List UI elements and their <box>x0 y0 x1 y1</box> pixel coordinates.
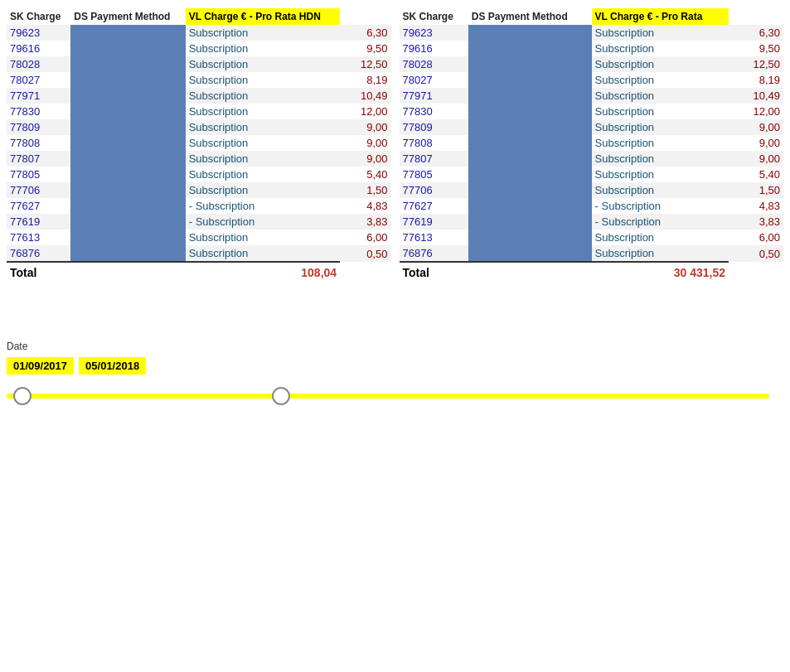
date-slider[interactable] <box>7 384 769 408</box>
right-ds-cell <box>468 167 592 182</box>
left-amount-cell: 8,19 <box>340 72 390 88</box>
right-amount-cell: 4,83 <box>729 198 783 214</box>
right-amount-cell: 12,00 <box>729 104 783 119</box>
left-table-row: 77809Subscription9,00 <box>7 119 391 135</box>
left-pm-cell: Subscription <box>186 230 340 245</box>
left-pm-cell: - Subscription <box>186 214 340 230</box>
right-pm-cell: Subscription <box>592 151 729 167</box>
right-sk-cell: 79623 <box>400 25 468 41</box>
left-amount-cell: 12,50 <box>340 56 390 72</box>
right-table-row: 77805Subscription5,40 <box>400 167 784 182</box>
right-pm-cell: Subscription <box>592 104 729 119</box>
left-table-row: 76876Subscription0,50 <box>7 245 391 262</box>
right-sk-cell: 77613 <box>400 230 468 245</box>
right-pm-cell: - Subscription <box>592 214 729 230</box>
date-inputs: 01/09/2017 05/01/2018 <box>7 357 783 375</box>
left-table-row: 77706Subscription1,50 <box>7 182 391 198</box>
left-amount-cell: 0,50 <box>340 245 390 262</box>
right-table-row: 79623Subscription6,30 <box>400 25 784 41</box>
right-pm-cell: Subscription <box>592 25 729 41</box>
right-table-row: 77971Subscription10,49 <box>400 88 784 104</box>
left-table-row: 77808Subscription9,00 <box>7 135 391 151</box>
right-amount-cell: 8,19 <box>729 72 783 88</box>
left-table-row: 77627- Subscription4,83 <box>7 198 391 214</box>
left-table-row: 77971Subscription10,49 <box>7 88 391 104</box>
left-ds-cell <box>70 245 185 262</box>
right-header-ds: DS Payment Method <box>468 8 592 25</box>
left-total-ds <box>70 262 185 283</box>
right-ds-cell <box>468 88 592 104</box>
left-pm-cell: - Subscription <box>186 198 340 214</box>
date-box-2[interactable]: 05/01/2018 <box>79 357 146 375</box>
left-amount-cell: 9,00 <box>340 135 390 151</box>
left-pm-cell: Subscription <box>186 151 340 167</box>
right-ds-cell <box>468 214 592 230</box>
right-table-row: 77627- Subscription4,83 <box>400 198 784 214</box>
right-table-row: 78028Subscription12,50 <box>400 56 784 72</box>
left-amount-cell: 12,00 <box>340 104 390 119</box>
right-pm-cell: Subscription <box>592 230 729 245</box>
right-sk-cell: 77627 <box>400 198 468 214</box>
left-sk-cell: 77809 <box>7 119 70 135</box>
left-sk-cell: 77971 <box>7 88 70 104</box>
left-ds-cell <box>70 119 185 135</box>
left-sk-cell: 76876 <box>7 245 70 262</box>
right-sk-cell: 77619 <box>400 214 468 230</box>
left-ds-cell <box>70 167 185 182</box>
right-pm-cell: Subscription <box>592 167 729 182</box>
bottom-section: Date 01/09/2017 05/01/2018 <box>0 316 790 416</box>
left-amount-cell: 1,50 <box>340 182 390 198</box>
slider-track <box>7 394 769 399</box>
left-ds-cell <box>70 198 185 214</box>
right-table-row: 77808Subscription9,00 <box>400 135 784 151</box>
left-header-ds: DS Payment Method <box>70 8 185 25</box>
left-ds-cell <box>70 230 185 245</box>
right-header-sk: SK Charge <box>400 8 468 25</box>
left-ds-cell <box>70 41 185 56</box>
left-table-row: 78027Subscription8,19 <box>7 72 391 88</box>
left-pm-cell: Subscription <box>186 88 340 104</box>
right-ds-cell <box>468 41 592 56</box>
right-amount-cell: 9,00 <box>729 135 783 151</box>
right-ds-cell <box>468 56 592 72</box>
left-pm-cell: Subscription <box>186 25 340 41</box>
left-pm-cell: Subscription <box>186 72 340 88</box>
right-amount-cell: 5,40 <box>729 167 783 182</box>
left-sk-cell: 77619 <box>7 214 70 230</box>
left-sk-cell: 79623 <box>7 25 70 41</box>
left-pm-cell: Subscription <box>186 135 340 151</box>
left-ds-cell <box>70 214 185 230</box>
main-container: SK Charge DS Payment Method VL Charge € … <box>0 0 790 283</box>
right-pm-cell: Subscription <box>592 135 729 151</box>
right-ds-cell <box>468 151 592 167</box>
right-table-row: 79616Subscription9,50 <box>400 41 784 56</box>
left-table-row: 77807Subscription9,00 <box>7 151 391 167</box>
right-sk-cell: 77805 <box>400 167 468 182</box>
left-sk-cell: 77830 <box>7 104 70 119</box>
left-ds-cell <box>70 72 185 88</box>
right-ds-cell <box>468 230 592 245</box>
right-table-row: 77613Subscription6,00 <box>400 230 784 245</box>
left-table-row: 78028Subscription12,50 <box>7 56 391 72</box>
right-table-row: 77809Subscription9,00 <box>400 119 784 135</box>
left-amount-cell: 9,50 <box>340 41 390 56</box>
left-ds-cell <box>70 25 185 41</box>
left-ds-cell <box>70 182 185 198</box>
date-label: Date <box>7 341 783 352</box>
left-sk-cell: 78027 <box>7 72 70 88</box>
left-table-row: 77830Subscription12,00 <box>7 104 391 119</box>
right-pm-cell: Subscription <box>592 56 729 72</box>
left-pm-cell: Subscription <box>186 56 340 72</box>
right-header-vl: VL Charge € - Pro Rata <box>592 8 729 25</box>
left-sk-cell: 77808 <box>7 135 70 151</box>
right-amount-cell: 9,00 <box>729 119 783 135</box>
left-amount-cell: 9,00 <box>340 151 390 167</box>
left-pm-cell: Subscription <box>186 182 340 198</box>
slider-thumb-right[interactable] <box>272 387 290 405</box>
right-amount-cell: 3,83 <box>729 214 783 230</box>
left-total-amount: 108,04 <box>186 262 340 283</box>
date-box-1[interactable]: 01/09/2017 <box>7 357 74 375</box>
slider-thumb-left[interactable] <box>13 387 32 405</box>
left-sk-cell: 77627 <box>7 198 70 214</box>
left-amount-cell: 6,30 <box>340 25 390 41</box>
